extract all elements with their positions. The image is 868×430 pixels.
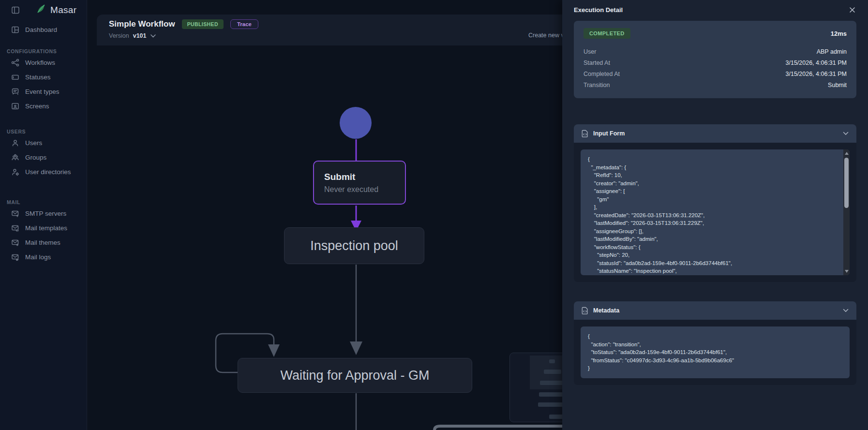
metadata-header[interactable]: Metadata — [574, 301, 856, 320]
chevron-down-icon[interactable] — [843, 309, 849, 312]
sidebar-collapse-icon[interactable] — [11, 5, 20, 15]
feather-icon — [36, 3, 46, 17]
status-badge: COMPLETED — [584, 28, 630, 39]
user-icon — [11, 139, 19, 147]
sidebar: Masar Dashboard CONFIGURATIONS Workflows… — [0, 0, 87, 430]
metadata-code-block[interactable]: { "action": "transition", "toStatus": "a… — [581, 326, 850, 378]
transition-title: Submit — [324, 172, 355, 182]
document-icon — [582, 130, 588, 137]
transition-subtitle: Never executed — [324, 185, 378, 194]
version-label: Version — [109, 32, 129, 39]
published-badge: PUBLISHED — [182, 19, 224, 29]
sidebar-item-mail-logs[interactable]: Mail logs — [0, 250, 87, 264]
sidebar-item-mail-templates[interactable]: Mail templates — [0, 221, 87, 235]
event-type-icon — [11, 88, 19, 96]
metadata-json: { "action": "transition", "toStatus": "a… — [581, 326, 850, 378]
sidebar-item-smtp-servers[interactable]: SMTP servers — [0, 206, 87, 221]
document-icon — [582, 307, 588, 314]
groups-icon — [11, 153, 19, 162]
execution-summary-card: COMPLETED 12ms User ABP admin Started At… — [574, 21, 856, 98]
chevron-down-icon[interactable] — [843, 132, 849, 135]
chevron-down-icon[interactable] — [150, 34, 156, 38]
sidebar-item-dashboard[interactable]: Dashboard — [0, 22, 87, 37]
summary-row-completed: Completed At 3/15/2026, 4:06:31 PM — [584, 68, 847, 79]
section-label-configurations: CONFIGURATIONS — [0, 47, 87, 55]
smtp-server-icon — [11, 209, 19, 218]
code-scrollbar[interactable] — [843, 149, 850, 275]
workflow-icon — [11, 59, 19, 67]
summary-row-transition: Transition Submit — [584, 79, 847, 90]
app-logo-text: Masar — [50, 5, 76, 15]
scroll-down-icon[interactable] — [845, 270, 849, 273]
sidebar-item-groups[interactable]: Groups — [0, 150, 87, 164]
section-label-users: USERS — [0, 128, 87, 135]
user-directory-icon — [11, 168, 19, 176]
sidebar-item-mail-themes[interactable]: Mail themes — [0, 235, 87, 250]
input-form-header[interactable]: Input Form — [574, 124, 856, 143]
logo-row: Masar — [0, 0, 87, 17]
version-selector[interactable]: v101 — [133, 32, 147, 39]
section-label-mail: MAIL — [0, 198, 87, 206]
execution-detail-panel: Execution Detail COMPLETED 12ms User ABP… — [562, 0, 868, 430]
status-icon — [11, 73, 19, 81]
dashboard-icon — [11, 26, 19, 34]
input-form-json: { "_metadata": { "RefId": 10, "creator":… — [581, 149, 850, 275]
mail-log-icon — [11, 253, 19, 261]
screen-icon — [11, 102, 19, 110]
status-node-inspection-pool[interactable]: Inspection pool — [284, 227, 424, 264]
workflow-title: Simple Workflow — [109, 19, 175, 29]
panel-title: Execution Detail — [574, 6, 623, 14]
execution-duration: 12ms — [831, 30, 847, 37]
summary-row-started: Started At 3/15/2026, 4:06:31 PM — [584, 57, 847, 68]
close-icon[interactable] — [849, 7, 855, 13]
summary-row-user: User ABP admin — [584, 46, 847, 57]
scroll-up-icon[interactable] — [845, 152, 849, 155]
metadata-section: Metadata { "action": "transition", "toSt… — [574, 301, 856, 385]
input-form-code-block[interactable]: { "_metadata": { "RefId": 10, "creator":… — [581, 149, 850, 275]
status-node-waiting-approval-gm[interactable]: Waiting for Approval - GM — [238, 358, 472, 393]
sidebar-item-user-directories[interactable]: User directories — [0, 164, 87, 179]
mail-theme-icon — [11, 238, 19, 247]
metadata-title: Metadata — [593, 307, 838, 314]
scrollbar-thumb[interactable] — [844, 158, 849, 208]
sidebar-item-users[interactable]: Users — [0, 135, 87, 150]
input-form-title: Input Form — [593, 130, 838, 137]
input-form-section: Input Form { "_metadata": { "RefId": 10,… — [574, 124, 856, 282]
mail-template-icon — [11, 224, 19, 232]
sidebar-item-event-types[interactable]: Event types — [0, 84, 87, 99]
start-node-circle[interactable] — [340, 107, 372, 139]
sidebar-item-screens[interactable]: Screens — [0, 99, 87, 113]
transition-node-submit[interactable]: Submit Never executed — [313, 161, 406, 205]
sidebar-item-statuses[interactable]: Statuses — [0, 70, 87, 84]
sidebar-item-workflows[interactable]: Workflows — [0, 55, 87, 70]
trace-badge[interactable]: Trace — [230, 19, 258, 29]
